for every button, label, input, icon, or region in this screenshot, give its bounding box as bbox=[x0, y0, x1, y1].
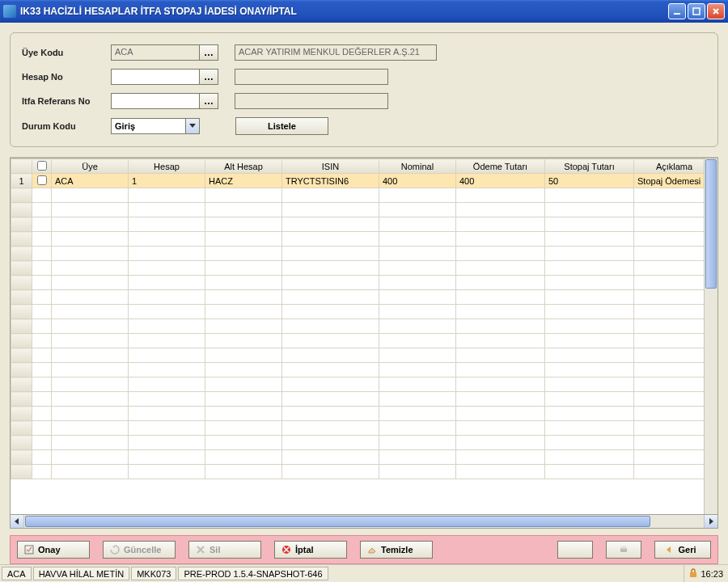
table-row[interactable] bbox=[11, 203, 705, 217]
extra-button-1[interactable] bbox=[557, 541, 593, 559]
hesap-no-input[interactable] bbox=[111, 69, 200, 85]
col-alt-hesap[interactable]: Alt Hesap bbox=[205, 159, 282, 174]
cell-aciklama bbox=[634, 276, 705, 290]
table-row[interactable] bbox=[11, 334, 705, 348]
row-checkbox-cell[interactable] bbox=[32, 377, 52, 392]
guncelle-button[interactable]: Güncelle bbox=[103, 541, 176, 559]
table-row[interactable] bbox=[11, 247, 705, 261]
cell-isin bbox=[282, 334, 379, 348]
table-row[interactable] bbox=[11, 261, 705, 276]
vertical-scrollbar-thumb[interactable] bbox=[705, 159, 717, 289]
svg-rect-1 bbox=[693, 8, 700, 15]
row-checkbox-cell[interactable] bbox=[32, 392, 52, 407]
cell-hesap bbox=[129, 217, 205, 232]
col-odeme-tutari[interactable]: Ödeme Tutarı bbox=[456, 159, 545, 174]
row-checkbox-cell[interactable] bbox=[32, 450, 52, 465]
row-checkbox-cell[interactable] bbox=[32, 334, 52, 348]
maximize-button[interactable] bbox=[688, 3, 705, 19]
select-all-checkbox[interactable] bbox=[37, 161, 47, 171]
table-row[interactable] bbox=[11, 392, 705, 407]
table-row[interactable] bbox=[11, 217, 705, 232]
durum-kodu-select[interactable]: Giriş bbox=[111, 118, 200, 134]
onay-button[interactable]: Onay bbox=[17, 541, 90, 559]
row-index-cell bbox=[11, 334, 32, 348]
sil-button[interactable]: Sil bbox=[188, 541, 261, 559]
table-row[interactable] bbox=[11, 305, 705, 319]
row-checkbox-cell[interactable] bbox=[32, 465, 52, 479]
table-row[interactable] bbox=[11, 290, 705, 305]
row-checkbox-cell[interactable] bbox=[32, 174, 52, 188]
horizontal-scrollbar[interactable] bbox=[10, 515, 718, 529]
table-row[interactable] bbox=[11, 276, 705, 290]
row-checkbox-cell[interactable] bbox=[32, 261, 52, 276]
uye-kodu-lookup-button[interactable]: … bbox=[199, 44, 218, 61]
table-row[interactable] bbox=[11, 421, 705, 436]
cell-nominal bbox=[379, 305, 456, 319]
itfa-ref-lookup-button[interactable]: … bbox=[199, 93, 218, 109]
cell-aciklama bbox=[634, 203, 705, 217]
row-checkbox-cell[interactable] bbox=[32, 217, 52, 232]
vertical-scrollbar[interactable] bbox=[704, 158, 717, 514]
cell-alt_hesap bbox=[205, 465, 282, 479]
row-checkbox-cell[interactable] bbox=[32, 407, 52, 421]
table-row[interactable] bbox=[11, 363, 705, 377]
geri-button[interactable]: Geri bbox=[654, 541, 711, 559]
scroll-right-button[interactable] bbox=[704, 515, 717, 528]
cell-hesap bbox=[129, 465, 205, 479]
cell-stopaj_tutari bbox=[545, 377, 634, 392]
listele-button[interactable]: Listele bbox=[235, 117, 328, 135]
row-checkbox-cell[interactable] bbox=[32, 203, 52, 217]
status-user: HAVVA HİLAL METİN bbox=[33, 567, 130, 580]
print-button[interactable] bbox=[606, 541, 641, 559]
row-checkbox-cell[interactable] bbox=[32, 276, 52, 290]
hesap-no-lookup-button[interactable]: … bbox=[199, 69, 218, 85]
row-checkbox-cell[interactable] bbox=[32, 290, 52, 305]
row-checkbox-cell[interactable] bbox=[32, 348, 52, 363]
table-row[interactable] bbox=[11, 450, 705, 465]
cell-uye bbox=[52, 247, 129, 261]
cell-hesap bbox=[129, 407, 205, 421]
table-row[interactable] bbox=[11, 377, 705, 392]
col-uye[interactable]: Üye bbox=[52, 159, 129, 174]
cell-aciklama bbox=[634, 188, 705, 203]
col-stopaj-tutari[interactable]: Stopaj Tutarı bbox=[545, 159, 634, 174]
grid-table: Üye Hesap Alt Hesap ISIN Nominal Ödeme T… bbox=[11, 158, 704, 479]
row-checkbox-cell[interactable] bbox=[32, 232, 52, 247]
close-button[interactable] bbox=[707, 3, 725, 19]
col-hesap[interactable]: Hesap bbox=[129, 159, 205, 174]
cell-hesap: 1 bbox=[129, 174, 205, 188]
checkbox-col-header[interactable] bbox=[32, 159, 52, 174]
table-row[interactable] bbox=[11, 232, 705, 247]
cell-uye bbox=[52, 407, 129, 421]
col-aciklama[interactable]: Açıklama bbox=[634, 159, 705, 174]
row-checkbox-cell[interactable] bbox=[32, 319, 52, 334]
minimize-button[interactable] bbox=[668, 3, 686, 19]
scroll-left-button[interactable] bbox=[11, 515, 24, 528]
cell-nominal bbox=[379, 247, 456, 261]
row-checkbox-cell[interactable] bbox=[32, 363, 52, 377]
temizle-button[interactable]: Temizle bbox=[360, 541, 433, 559]
row-index-cell bbox=[11, 450, 32, 465]
row-checkbox[interactable] bbox=[37, 175, 47, 185]
col-nominal[interactable]: Nominal bbox=[379, 159, 456, 174]
row-checkbox-cell[interactable] bbox=[32, 188, 52, 203]
cell-uye bbox=[52, 203, 129, 217]
table-row[interactable] bbox=[11, 319, 705, 334]
itfa-ref-input[interactable] bbox=[111, 93, 200, 109]
row-checkbox-cell[interactable] bbox=[32, 421, 52, 436]
cell-aciklama bbox=[634, 261, 705, 276]
col-isin[interactable]: ISIN bbox=[282, 159, 379, 174]
row-index-cell bbox=[11, 407, 32, 421]
table-row[interactable] bbox=[11, 465, 705, 479]
table-row[interactable] bbox=[11, 348, 705, 363]
row-checkbox-cell[interactable] bbox=[32, 305, 52, 319]
table-row[interactable] bbox=[11, 407, 705, 421]
iptal-button[interactable]: İptal bbox=[274, 541, 347, 559]
table-row[interactable] bbox=[11, 188, 705, 203]
horizontal-scrollbar-thumb[interactable] bbox=[25, 516, 650, 527]
table-row[interactable] bbox=[11, 436, 705, 450]
row-checkbox-cell[interactable] bbox=[32, 436, 52, 450]
cell-uye bbox=[52, 377, 129, 392]
row-checkbox-cell[interactable] bbox=[32, 247, 52, 261]
table-row[interactable]: 1ACA1HACZTRYCTSTISIN640040050Stopaj Ödem… bbox=[11, 174, 705, 188]
